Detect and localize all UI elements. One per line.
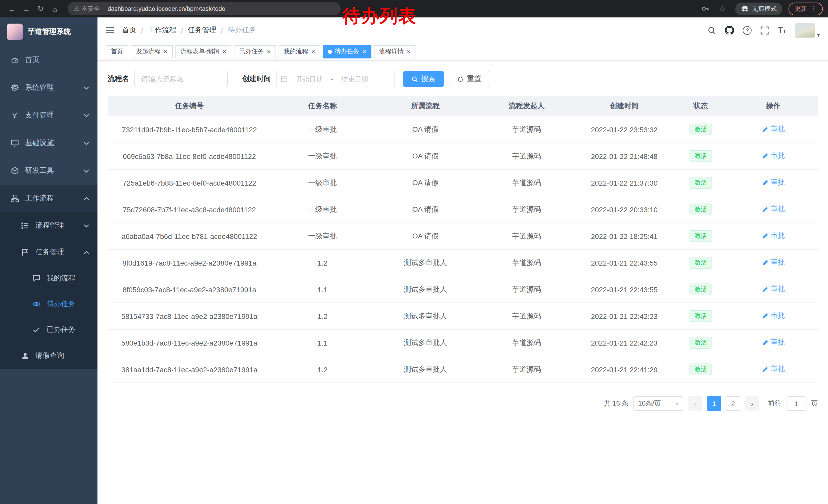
goto-page-input[interactable]	[786, 396, 806, 411]
forward-icon[interactable]: →	[19, 2, 33, 15]
end-date-input[interactable]	[334, 75, 375, 83]
edit-icon	[762, 206, 769, 213]
table-header: 任务编号 任务名称 所属流程 流程发起人 创建时间 状态 操作	[108, 96, 818, 116]
process-name-label: 流程名	[108, 74, 129, 84]
key-icon[interactable]	[701, 5, 709, 13]
table-row[interactable]: 8f0d1619-7ac8-11ec-a9e2-a2380e71991a 1.2…	[108, 249, 818, 276]
table-row[interactable]: 75d72608-7b7f-11ec-a3c8-acde48001122 一级审…	[108, 196, 818, 223]
status-cell: 激活	[672, 170, 729, 196]
close-icon[interactable]: ×	[407, 48, 411, 55]
task-id-cell: 73211d9d-7b9b-11ec-b5b7-acde48001122	[108, 116, 271, 143]
date-range-picker[interactable]: -	[276, 71, 395, 87]
approve-link[interactable]: 审批	[762, 338, 785, 348]
page-button-2[interactable]: 2	[726, 396, 740, 411]
tab-start-process[interactable]: 发起流程 ×	[131, 45, 173, 58]
security-warning[interactable]: ⚠ 不安全	[74, 4, 100, 13]
warning-icon: ⚠	[74, 5, 80, 12]
close-icon[interactable]: ×	[222, 48, 226, 55]
font-size-icon[interactable]: TT	[778, 26, 786, 34]
approve-link[interactable]: 审批	[762, 312, 785, 321]
sidebar-logo[interactable]: 芋道管理系统	[0, 17, 97, 46]
page-size-select[interactable]: 10条/页 ▾	[633, 396, 683, 411]
table-row[interactable]: 8f059c03-7ac8-11ec-a9e2-a2380e71991a 1.1…	[108, 276, 818, 303]
sidebar-item-dev-tools[interactable]: 研发工具	[0, 157, 97, 185]
breadcrumb-item-workflow[interactable]: 工作流程	[148, 26, 176, 35]
sidebar-item-system[interactable]: 系统管理	[0, 74, 97, 101]
close-icon[interactable]: ×	[267, 48, 271, 55]
fullscreen-icon[interactable]	[760, 26, 769, 35]
tab-process-detail[interactable]: 流程详情 ×	[374, 45, 416, 58]
sidebar-item-process-management[interactable]: 流程管理	[0, 212, 97, 239]
approve-link[interactable]: 审批	[762, 365, 785, 374]
sidebar-item-todo-task[interactable]: 待办任务	[0, 291, 97, 317]
sidebar-item-leave-query[interactable]: 请假查询	[0, 342, 97, 369]
tab-process-form-edit[interactable]: 流程表单-编辑 ×	[175, 45, 232, 58]
task-id-cell: 381aa1dd-7ac8-11ec-a9e2-a2380e71991a	[108, 356, 271, 383]
action-cell: 审批	[729, 170, 818, 196]
sidebar-item-home[interactable]: 首页	[0, 46, 97, 74]
github-icon[interactable]	[725, 26, 734, 35]
table-row[interactable]: 725a1eb6-7b88-11ec-8ef0-acde48001122 一级审…	[108, 170, 818, 196]
tab-todo-task[interactable]: 待办任务 ×	[323, 45, 371, 58]
workflow-submenu: 流程管理 任务管理 我的流程	[0, 212, 97, 369]
close-icon[interactable]: ×	[363, 48, 366, 55]
edit-icon	[762, 366, 769, 373]
page-url[interactable]: dashboard.yudao.iocoder.cn/bpm/task/todo	[108, 5, 225, 12]
close-icon[interactable]: ×	[312, 48, 315, 55]
help-icon[interactable]: ?	[743, 26, 752, 35]
close-icon[interactable]: ×	[164, 48, 167, 55]
sidebar-item-done-task[interactable]: 已办任务	[0, 317, 97, 342]
tab-done-task[interactable]: 已办任务 ×	[234, 45, 276, 58]
tab-home[interactable]: 首页	[106, 45, 128, 58]
sidebar-item-payment[interactable]: ¥ 支付管理	[0, 101, 97, 129]
table-row[interactable]: 580e1b3d-7ac8-11ec-a9e2-a2380e71991a 1.1…	[108, 329, 818, 356]
table-row[interactable]: a6aba0a4-7b6d-11ec-b781-acde48001122 一级审…	[108, 223, 818, 249]
breadcrumb-item-home[interactable]: 首页	[122, 26, 136, 35]
process-name-input[interactable]	[134, 71, 228, 87]
approve-link[interactable]: 审批	[762, 178, 785, 187]
search-icon[interactable]	[707, 26, 716, 35]
sidebar-item-task-management[interactable]: 任务管理	[0, 239, 97, 266]
browser-update-button[interactable]: 更新 ⋮	[788, 2, 823, 15]
approve-link[interactable]: 审批	[762, 231, 785, 241]
tab-my-process[interactable]: 我的流程 ×	[279, 45, 320, 58]
back-icon[interactable]: ←	[5, 2, 18, 15]
table-row[interactable]: 58154733-7ac8-11ec-a9e2-a2380e71991a 1.2…	[108, 303, 818, 329]
approve-link[interactable]: 审批	[762, 258, 785, 267]
home-icon[interactable]: ⌂	[48, 2, 61, 15]
breadcrumb-item-task-management[interactable]: 任务管理	[188, 26, 216, 35]
toolbar-right: ☆ 无痕模式 更新 ⋮	[701, 2, 823, 15]
next-page-button[interactable]: ›	[745, 396, 759, 411]
incognito-badge: 无痕模式	[735, 2, 782, 15]
process-cell: OA 请假	[374, 196, 477, 223]
table-row[interactable]: 069c6a63-7b8a-11ec-8ef0-acde48001122 一级审…	[108, 143, 818, 170]
start-date-input[interactable]	[289, 75, 330, 83]
status-cell: 激活	[672, 329, 729, 356]
page-button-1[interactable]: 1	[707, 396, 721, 411]
bookmark-star-icon[interactable]: ☆	[716, 2, 729, 15]
dashboard-icon	[10, 56, 19, 64]
search-button[interactable]: 搜索	[403, 71, 444, 87]
create-time-label: 创建时间	[242, 74, 271, 84]
table-row[interactable]: 73211d9d-7b9b-11ec-b5b7-acde48001122 一级审…	[108, 116, 818, 143]
address-bar[interactable]: ⚠ 不安全 dashboard.yudao.iocoder.cn/bpm/tas…	[68, 2, 341, 15]
task-name-cell: 1.2	[271, 356, 374, 383]
browser-menu-icon[interactable]: ⋮	[811, 5, 817, 12]
action-cell: 审批	[729, 143, 818, 170]
user-menu[interactable]: ▾	[795, 23, 820, 38]
sidebar-collapse-icon[interactable]	[106, 26, 115, 34]
table-row[interactable]: 381aa1dd-7ac8-11ec-a9e2-a2380e71991a 1.2…	[108, 356, 818, 383]
reload-icon[interactable]: ↻	[34, 2, 47, 15]
approve-link[interactable]: 审批	[762, 285, 785, 294]
approve-link[interactable]: 审批	[762, 125, 785, 134]
sidebar-item-my-process[interactable]: 我的流程	[0, 266, 97, 291]
reset-button[interactable]: 重置	[449, 71, 489, 87]
prev-page-button[interactable]: ‹	[688, 396, 702, 411]
sidebar-item-infra[interactable]: 基础设施	[0, 129, 97, 157]
task-name-cell: 一级审批	[271, 170, 374, 196]
approve-link[interactable]: 审批	[762, 151, 785, 161]
initiator-cell: 芋道源码	[477, 276, 576, 303]
approve-link[interactable]: 审批	[762, 205, 785, 214]
user-avatar[interactable]	[795, 23, 815, 38]
sidebar-item-workflow[interactable]: 工作流程	[0, 185, 97, 212]
